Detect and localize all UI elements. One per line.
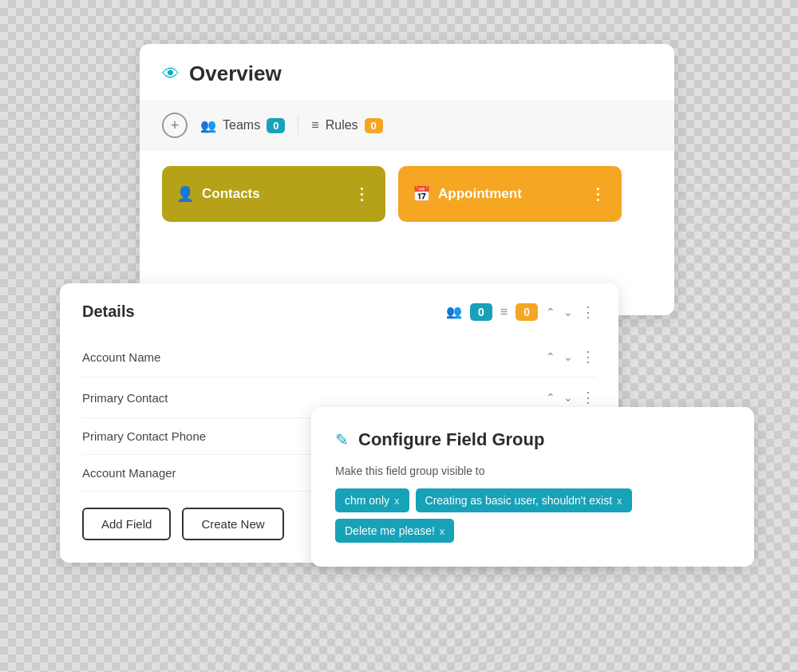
details-teams-badge: 0 xyxy=(470,303,492,321)
tag-chm-only[interactable]: chm only x xyxy=(335,488,409,512)
tag-delete-me-remove[interactable]: x xyxy=(440,525,445,537)
add-field-button[interactable]: Add Field xyxy=(82,508,171,540)
pencil-icon: ✎ xyxy=(335,430,349,449)
teams-icon-btn: 👥 xyxy=(446,304,462,319)
tag-chm-only-label: chm only xyxy=(345,494,389,507)
contacts-kanban-card[interactable]: 👤 Contacts ⋮ xyxy=(162,166,385,222)
contacts-label: Contacts xyxy=(202,186,260,202)
account-name-dots[interactable]: ⋮ xyxy=(581,348,596,366)
primary-contact-dots[interactable]: ⋮ xyxy=(581,389,596,406)
account-name-label: Account Name xyxy=(82,350,160,364)
teams-label: Teams xyxy=(223,118,260,132)
teams-icon: 👥 xyxy=(200,118,216,133)
menu-dots-details-header[interactable]: ⋮ xyxy=(581,303,596,321)
configure-header: ✎ Configure Field Group xyxy=(335,429,730,450)
add-button[interactable]: + xyxy=(162,113,188,138)
primary-contact-phone-label: Primary Contact Phone xyxy=(82,429,206,443)
chevron-up-icon[interactable]: ⌃ xyxy=(546,306,555,318)
configure-subtitle: Make this field group visible to xyxy=(335,464,730,477)
overview-title: Overview xyxy=(189,61,282,86)
details-title: Details xyxy=(82,302,135,321)
appointment-icon: 📅 xyxy=(413,185,430,203)
details-header: Details 👥 0 ≡ 0 ⌃ ⌄ ⋮ xyxy=(82,302,596,321)
configure-field-group-card: ✎ Configure Field Group Make this field … xyxy=(311,407,754,567)
tab-divider xyxy=(298,117,298,134)
account-name-row: Account Name ⌃ ⌄ ⋮ xyxy=(82,337,596,378)
contacts-card-left: 👤 Contacts xyxy=(176,185,260,203)
appointment-menu-dots[interactable]: ⋮ xyxy=(590,184,607,204)
appointment-card-left: 📅 Appointment xyxy=(413,185,522,203)
configure-title: Configure Field Group xyxy=(358,429,544,450)
primary-contact-down[interactable]: ⌄ xyxy=(563,391,573,404)
teams-badge: 0 xyxy=(267,118,285,133)
contacts-menu-dots[interactable]: ⋮ xyxy=(354,184,371,204)
appointment-label: Appointment xyxy=(438,186,522,202)
tags-row: chm only x Creating as basic user, shoul… xyxy=(335,488,730,543)
overview-header: 👁 Overview xyxy=(140,44,674,101)
rules-icon-btn: ≡ xyxy=(500,305,508,319)
chevron-down-icon[interactable]: ⌄ xyxy=(563,306,573,318)
account-name-up[interactable]: ⌃ xyxy=(546,350,555,363)
kanban-row: 👤 Contacts ⋮ 📅 Appointment ⋮ xyxy=(140,150,674,238)
create-new-button[interactable]: Create New xyxy=(182,508,283,540)
rules-icon: ≡ xyxy=(311,118,318,132)
primary-contact-label: Primary Contact xyxy=(82,391,168,405)
tag-creating-basic-remove[interactable]: x xyxy=(617,495,622,507)
eye-icon: 👁 xyxy=(162,64,180,85)
overview-tabs: + 👥 Teams 0 ≡ Rules 0 xyxy=(140,101,674,150)
details-rules-badge: 0 xyxy=(516,303,538,321)
contacts-icon: 👤 xyxy=(176,185,194,203)
tag-delete-me-label: Delete me please! xyxy=(345,524,435,537)
teams-tab[interactable]: 👥 Teams 0 xyxy=(200,118,285,133)
overview-card: 👁 Overview + 👥 Teams 0 ≡ Rules 0 👤 Conta… xyxy=(140,44,674,315)
appointment-kanban-card[interactable]: 📅 Appointment ⋮ xyxy=(398,166,622,222)
account-name-down[interactable]: ⌄ xyxy=(563,350,573,363)
rules-tab[interactable]: ≡ Rules 0 xyxy=(311,118,382,133)
rules-label: Rules xyxy=(326,118,358,132)
account-name-controls: ⌃ ⌄ ⋮ xyxy=(546,348,596,366)
account-manager-label: Account Manager xyxy=(82,466,176,480)
tag-chm-only-remove[interactable]: x xyxy=(394,495,400,507)
primary-contact-controls: ⌃ ⌄ ⋮ xyxy=(546,389,596,406)
tag-creating-basic[interactable]: Creating as basic user, shouldn't exist … xyxy=(416,488,632,512)
tag-creating-basic-label: Creating as basic user, shouldn't exist xyxy=(425,494,613,507)
rules-badge: 0 xyxy=(365,118,383,133)
tag-delete-me[interactable]: Delete me please! x xyxy=(335,519,454,543)
details-controls: 👥 0 ≡ 0 ⌃ ⌄ ⋮ xyxy=(446,303,596,321)
primary-contact-up[interactable]: ⌃ xyxy=(546,391,555,404)
